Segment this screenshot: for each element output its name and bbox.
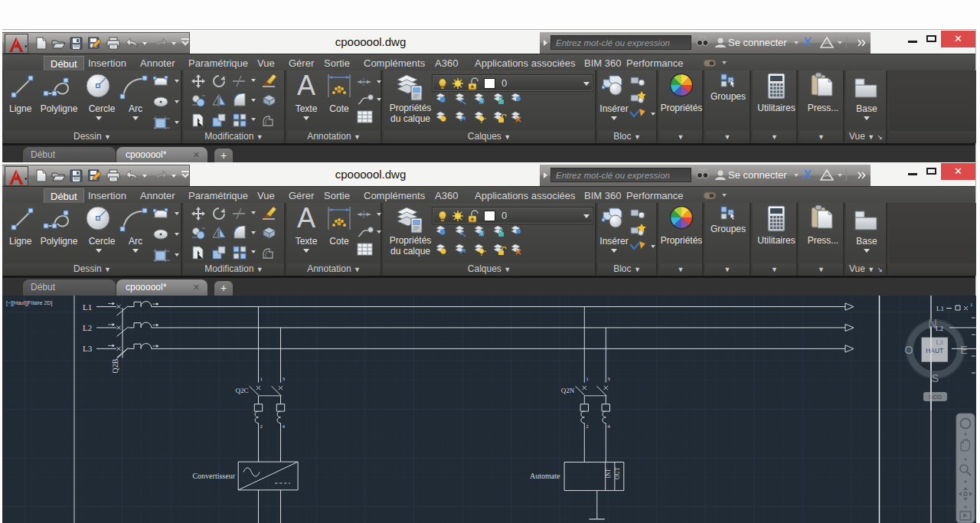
svg-text:L2: L2 xyxy=(83,323,92,332)
svg-text:HAUT: HAUT xyxy=(926,347,943,355)
svg-text:2: 2 xyxy=(586,423,589,430)
svg-text:E: E xyxy=(960,344,967,356)
svg-text:1: 1 xyxy=(260,376,263,382)
svg-text:O: O xyxy=(905,344,913,356)
svg-text:Q2B: Q2B xyxy=(111,358,119,373)
svg-text:Convertisseur: Convertisseur xyxy=(192,472,235,480)
svg-text:L3: L3 xyxy=(83,344,93,353)
svg-text:4: 4 xyxy=(607,423,610,430)
svg-text:L2: L2 xyxy=(936,325,943,332)
svg-text:INT: INT xyxy=(605,469,612,479)
svg-text:Q2N: Q2N xyxy=(561,387,575,394)
svg-text:1: 1 xyxy=(586,376,589,382)
svg-text:OUT: OUT xyxy=(614,467,621,479)
svg-text:3: 3 xyxy=(283,376,286,382)
svg-text:4: 4 xyxy=(283,423,286,430)
svg-text:3: 3 xyxy=(607,376,610,382)
svg-text:Q2C: Q2C xyxy=(235,387,248,394)
svg-text:S: S xyxy=(932,372,939,384)
svg-text:2: 2 xyxy=(260,423,263,430)
svg-text:L3: L3 xyxy=(936,339,943,346)
svg-text:1: 1 xyxy=(970,302,973,308)
svg-text:L1: L1 xyxy=(936,305,944,312)
svg-text:L1: L1 xyxy=(83,302,92,312)
svg-text:Automate: Automate xyxy=(530,472,560,480)
